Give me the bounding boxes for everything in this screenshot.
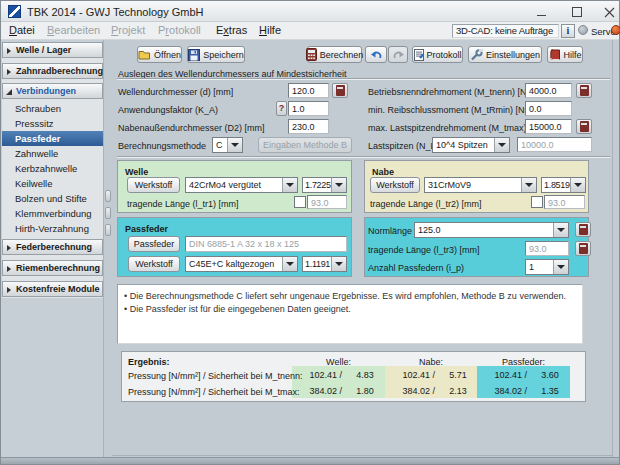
menu-protokoll[interactable]: Protokoll: [158, 22, 201, 40]
reibschlussmoment-label: min. Reibschlussmoment (M_tRmin) [Nm]: [368, 104, 535, 116]
sidebar-item-schrauben[interactable]: Schrauben: [2, 101, 103, 116]
chevron-right-icon: [7, 245, 11, 251]
chevron-down-icon: [6, 89, 12, 95]
result-cell: 384.02 /1.35: [477, 383, 570, 399]
passfeder-din-field: DIN 6885-1 A 32 x 18 x 125: [185, 236, 347, 252]
nabe-werkstoff-button[interactable]: Werkstoff: [370, 177, 420, 193]
sidebar-group-welle-lager[interactable]: Welle / Lager: [2, 42, 103, 58]
welle-laenge-checkbox[interactable]: [294, 196, 306, 208]
open-button[interactable]: Öffnen: [137, 46, 182, 63]
sidebar-group-verbindungen[interactable]: Verbindungen: [2, 83, 103, 99]
nabenaussendurchmesser-input[interactable]: 230.0: [288, 119, 329, 134]
result-cell: 384.02 /1.80: [292, 383, 385, 399]
window-title: TBK 2014 - GWJ Technology GmbH: [27, 6, 203, 18]
nabe-material-select[interactable]: 31CrMoV9: [424, 177, 537, 193]
lastspitzen-select[interactable]: 10^4 Spitzen: [432, 137, 510, 153]
berechnungsmethode-label: Berechnungsmethode: [118, 140, 206, 152]
close-button[interactable]: [601, 4, 617, 20]
nabe-material-number-select[interactable]: 1.8519: [541, 177, 586, 193]
nabenaussendurchmesser-label: Nabenaußendurchmesser (D2) [mm]: [118, 122, 265, 134]
menu-hilfe[interactable]: Hilfe: [259, 22, 281, 40]
betriebsnenndrehmoment-calc-button[interactable]: [576, 83, 592, 98]
sidebar-group-kostenfreie-module[interactable]: Kostenfreie Module: [2, 281, 103, 297]
sidebar-group-zahnradberechnung[interactable]: Zahnradberechnung: [2, 63, 103, 79]
normlaenge-select[interactable]: 125.0: [414, 222, 569, 238]
results-row2-label: Pressung [N/mm²] / Sicherheit bei M_tmax…: [128, 386, 300, 398]
nabe-laenge-label: tragende Länge (l_tr2) [mm]: [370, 198, 482, 210]
sidebar-item-bolzen-und-stifte[interactable]: Bolzen und Stifte: [2, 191, 103, 206]
sidebar-group-riemenberechnung[interactable]: Riemenberechnung: [2, 260, 103, 276]
berechnungsmethode-select[interactable]: C: [212, 137, 243, 153]
chevron-down-icon: [331, 178, 346, 192]
help-book-icon: [549, 49, 561, 61]
message-line: • Die Passfeder ist für die eingegebenen…: [124, 303, 576, 316]
calculate-button[interactable]: Berechnen: [307, 46, 362, 63]
sidebar-item-zahnwelle[interactable]: Zahnwelle: [2, 146, 103, 161]
chevron-down-icon: [553, 223, 568, 237]
menu-extras[interactable]: Extras: [216, 22, 247, 40]
passfeder-material-select[interactable]: C45E+C kaltgezogen: [185, 256, 298, 272]
passfeder-button[interactable]: Passfeder: [128, 236, 180, 252]
splitter-grip: [105, 207, 111, 219]
welle-material-number-select[interactable]: 1.7225: [302, 177, 347, 193]
settings-button[interactable]: Einstellungen: [468, 46, 542, 63]
help-button[interactable]: Hilfe: [547, 46, 583, 63]
server-led: [611, 25, 620, 35]
menu-datei[interactable]: Datei: [9, 22, 35, 40]
sidebar-item-hirth-verzahnung[interactable]: Hirth-Verzahnung: [2, 221, 103, 236]
sidebar-item-keilwelle[interactable]: Keilwelle: [2, 176, 103, 191]
protokoll-button[interactable]: Protokoll: [412, 46, 463, 63]
chevron-right-icon: [7, 69, 11, 75]
wellendurchmesser-calc-button[interactable]: [332, 83, 348, 98]
splitter-grip: [105, 190, 111, 202]
result-cell: 102.41 /4.83: [292, 367, 385, 383]
minimize-button[interactable]: [534, 4, 550, 20]
passfeder-laenge-calc-button[interactable]: [575, 241, 591, 256]
passfeder-laenge-label: tragende Länge (l_tr3) [mm]: [368, 244, 480, 256]
result-cell: 102.41 /3.60: [477, 367, 570, 383]
normlaenge-calc-button[interactable]: [575, 222, 591, 237]
info-button[interactable]: i: [561, 24, 575, 38]
eingaben-methode-b-button[interactable]: Eingaben Methode B: [258, 137, 352, 153]
nabe-laenge-checkbox[interactable]: [531, 196, 543, 208]
welle-material-select[interactable]: 42CrMo4 vergütet: [185, 177, 298, 193]
lastspitzen-count-input: 10000.0: [517, 137, 592, 152]
passfeder-material-number-select[interactable]: 1.1191: [302, 256, 347, 272]
calculator-icon: [306, 48, 317, 61]
sidebar-item-klemmverbindung[interactable]: Klemmverbindung: [2, 206, 103, 221]
lastspitzendrehmoment-label: max. Lastspitzendrehmoment (M_tmax) [Nm]: [368, 122, 548, 134]
welle-werkstoff-button[interactable]: Werkstoff: [127, 177, 180, 193]
chevron-down-icon: [282, 178, 297, 192]
menu-bearbeiten[interactable]: Bearbeiten: [47, 22, 100, 40]
cad-led: [578, 25, 588, 35]
status-bar: [1, 457, 619, 464]
undo-button[interactable]: [365, 46, 387, 63]
menu-projekt[interactable]: Projekt: [111, 22, 145, 40]
passfeder-title: Passfeder: [125, 223, 168, 235]
save-button[interactable]: Speichern: [187, 46, 245, 63]
result-cell: 384.02 /2.13: [385, 383, 477, 399]
anzahl-passfedern-label: Anzahl Passfedern (i_p): [368, 262, 464, 274]
anwendungsfaktor-help-button[interactable]: ?: [276, 101, 287, 116]
sidebar-item-presssitz[interactable]: Presssitz: [2, 116, 103, 131]
redo-button[interactable]: [388, 46, 408, 63]
app-icon: [8, 5, 21, 18]
nabe-laenge-input: 93.0: [544, 195, 585, 209]
sidebar-group-federberechnung[interactable]: Federberechnung: [2, 239, 103, 255]
maximize-button[interactable]: [569, 4, 585, 20]
passfeder-laenge-input: 93.0: [525, 241, 569, 256]
lastspitzendrehmoment-input[interactable]: 15000.0: [525, 119, 572, 134]
sidebar-splitter[interactable]: [105, 40, 112, 457]
title-bar: TBK 2014 - GWJ Technology GmbH: [1, 1, 619, 22]
reibschlussmoment-input[interactable]: 0.0: [525, 101, 572, 116]
sidebar-item-kerbzahnwelle[interactable]: Kerbzahnwelle: [2, 161, 103, 176]
results-row1-label: Pressung [N/mm²] / Sicherheit bei M_tnen…: [128, 370, 303, 382]
anzahl-passfedern-select[interactable]: 1: [525, 259, 569, 275]
menu-bar: Datei Bearbeiten Projekt Protokoll Extra…: [1, 22, 619, 40]
betriebsnenndrehmoment-input[interactable]: 4000.0: [525, 83, 572, 98]
sidebar-item-passfeder[interactable]: Passfeder: [2, 131, 103, 146]
wellendurchmesser-input[interactable]: 120.0: [288, 83, 329, 98]
anwendungsfaktor-input[interactable]: 1.0: [288, 101, 329, 116]
passfeder-werkstoff-button[interactable]: Werkstoff: [128, 256, 180, 272]
lastspitzendrehmoment-calc-button[interactable]: [576, 119, 592, 134]
